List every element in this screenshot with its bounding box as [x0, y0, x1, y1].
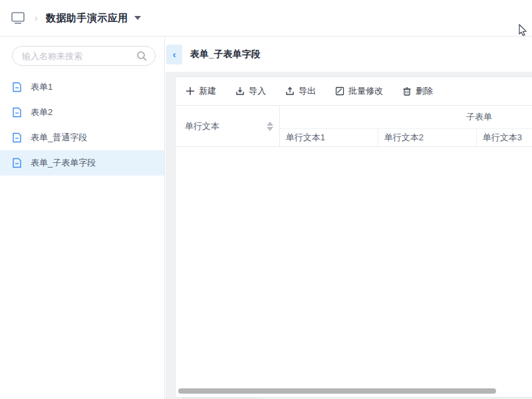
delete-button[interactable]: 删除 — [402, 85, 433, 97]
column-header-label: 单行文本 — [185, 120, 219, 132]
app-title[interactable]: 数据助手演示应用 — [46, 12, 128, 25]
column-header-primary: 单行文本 — [176, 106, 280, 146]
delete-button-label: 删除 — [416, 85, 433, 97]
delete-icon — [402, 86, 412, 96]
document-icon — [12, 158, 22, 168]
app-window: › 数据助手演示应用 表单1 — [0, 0, 532, 399]
app-switcher-caret-icon[interactable] — [134, 16, 141, 20]
breadcrumb-chevron-icon: › — [35, 13, 38, 23]
batch-edit-button[interactable]: 批量修改 — [335, 85, 383, 97]
toolbar: 新建 导入 — [176, 77, 532, 106]
content-card: 新建 导入 — [175, 76, 532, 398]
new-button[interactable]: 新建 — [186, 85, 216, 97]
form-list: 表单1 表单2 表单_普通字段 — [0, 74, 164, 176]
new-button-label: 新建 — [199, 85, 216, 97]
column-group-label: 子表单 — [280, 106, 532, 129]
export-button-label: 导出 — [299, 85, 316, 97]
export-button[interactable]: 导出 — [285, 85, 316, 97]
column-group-subform: 子表单 单行文本1 单行文本2 单行文本3 — [280, 106, 532, 146]
sidebar-item-form-normal-fields[interactable]: 表单_普通字段 — [0, 125, 164, 150]
column-header-sub2: 单行文本2 — [378, 129, 477, 146]
main-area: ‹ 表单_子表单字段 新建 — [166, 37, 532, 399]
back-button[interactable]: ‹ — [166, 45, 182, 65]
search-icon[interactable] — [136, 51, 147, 64]
batch-edit-button-label: 批量修改 — [348, 85, 383, 97]
document-icon — [12, 107, 22, 118]
table-header: 单行文本 子表单 单行文本1 单行文本2 单行文本3 — [176, 106, 532, 147]
table-body-empty — [176, 147, 532, 368]
search-input[interactable] — [12, 46, 156, 66]
column-header-sub3: 单行文本3 — [477, 129, 532, 146]
import-icon — [235, 86, 245, 96]
import-button[interactable]: 导入 — [235, 85, 266, 97]
sidebar-item-label: 表单_普通字段 — [31, 132, 87, 144]
sidebar-item-label: 表单1 — [31, 81, 53, 93]
page-header: ‹ 表单_子表单字段 — [166, 37, 532, 72]
import-button-label: 导入 — [249, 85, 266, 97]
page-title: 表单_子表单字段 — [190, 49, 261, 61]
plus-icon — [186, 86, 195, 96]
sort-caret-icon[interactable] — [267, 122, 273, 131]
column-header-sub1: 单行文本1 — [280, 129, 378, 146]
app-monitor-icon[interactable] — [11, 11, 25, 25]
sidebar-item-label: 表单_子表单字段 — [31, 157, 96, 169]
export-icon — [285, 86, 295, 96]
document-icon — [12, 132, 22, 143]
edit-icon — [335, 86, 344, 96]
sidebar-item-form2[interactable]: 表单2 — [0, 100, 164, 125]
document-icon — [12, 82, 22, 92]
subcolumn-row: 单行文本1 单行文本2 单行文本3 — [280, 129, 532, 146]
sidebar: 表单1 表单2 表单_普通字段 — [0, 37, 165, 399]
sidebar-item-label: 表单2 — [31, 106, 53, 118]
top-bar: › 数据助手演示应用 — [0, 0, 532, 37]
sidebar-item-form-subform-fields[interactable]: 表单_子表单字段 — [0, 150, 164, 176]
horizontal-scrollbar[interactable] — [178, 388, 496, 394]
sidebar-item-form1[interactable]: 表单1 — [0, 74, 164, 100]
search-wrap — [12, 46, 155, 66]
